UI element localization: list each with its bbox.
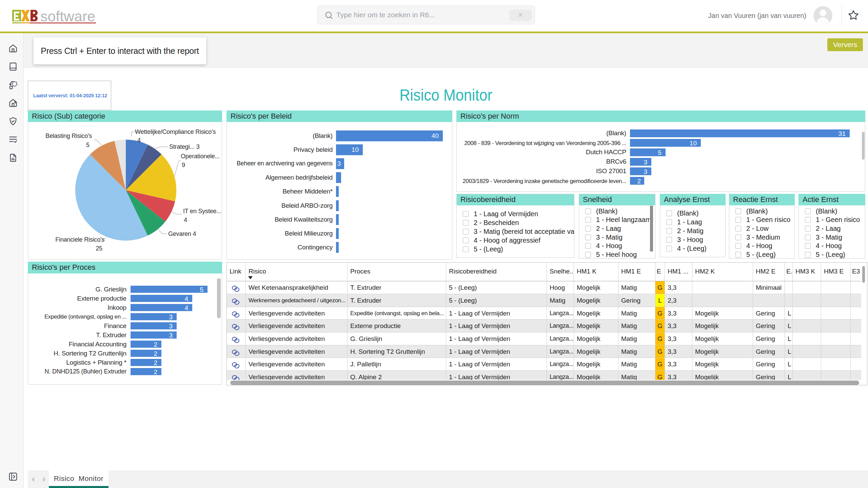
svg-text:4: 4 xyxy=(137,137,141,144)
svg-text:Wettelijke/Compliance Risico's: Wettelijke/Compliance Risico's xyxy=(135,128,216,135)
svg-text:9: 9 xyxy=(182,162,185,168)
svg-text:5: 5 xyxy=(86,142,90,148)
svg-text:Strategi... 3: Strategi... 3 xyxy=(169,143,200,150)
svg-text:Financiele Risico's: Financiele Risico's xyxy=(55,236,104,243)
svg-text:Gevaren 4: Gevaren 4 xyxy=(168,230,196,237)
svg-text:Operationele...: Operationele... xyxy=(181,153,220,160)
svg-text:IT en Systee...: IT en Systee... xyxy=(183,208,221,215)
svg-text:software: software xyxy=(40,8,95,24)
svg-text:25: 25 xyxy=(96,245,102,252)
svg-text:Belasting Risico's: Belasting Risico's xyxy=(45,133,92,139)
svg-text:4: 4 xyxy=(184,217,187,223)
